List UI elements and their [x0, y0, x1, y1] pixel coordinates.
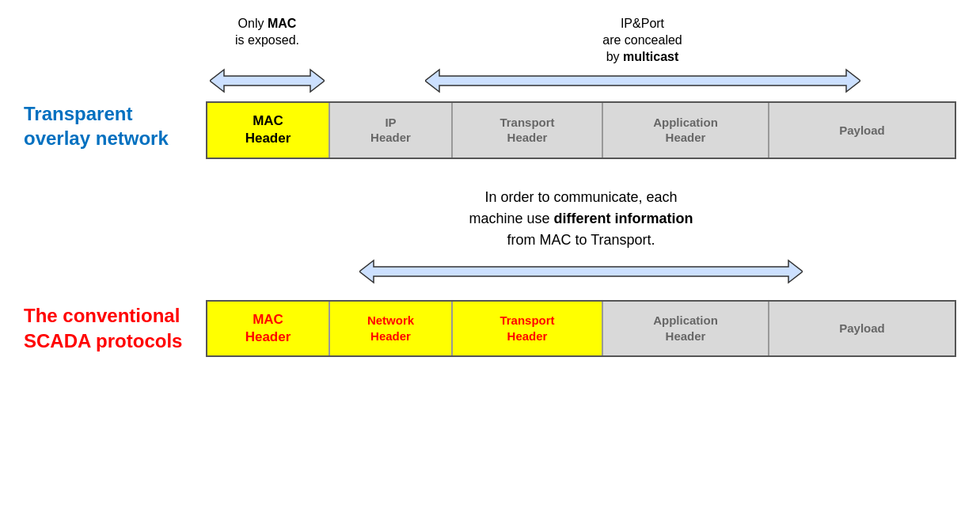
bottom-network-cell: NetworkHeader	[330, 302, 453, 355]
bottom-right-content: MACHeader NetworkHeader TransportHeader …	[206, 300, 956, 357]
ip-double-arrow	[425, 66, 860, 95]
middle-text: In order to communicate, each machine us…	[469, 187, 693, 251]
middle-section: In order to communicate, each machine us…	[24, 187, 956, 292]
annotations-row: Only MACis exposed. IP&Portare concealed…	[206, 16, 956, 65]
top-app-cell: ApplicationHeader	[603, 103, 769, 157]
top-transport-cell: TransportHeader	[453, 103, 603, 157]
mac-arrow-region	[206, 66, 329, 95]
top-ip-cell: IPHeader	[330, 103, 453, 157]
bottom-mac-cell: MACHeader	[207, 302, 330, 355]
svg-marker-2	[359, 260, 803, 283]
annotation-mac: Only MACis exposed.	[206, 16, 329, 65]
top-payload-cell: Payload	[769, 103, 955, 157]
middle-double-arrow	[359, 257, 803, 286]
bottom-section: The conventional SCADA protocols MACHead…	[24, 300, 956, 357]
top-label-line1: Transparent	[24, 103, 132, 124]
top-section: Transparent overlay network Only MACis e…	[24, 16, 956, 159]
top-packet-row: MACHeader IPHeader TransportHeader Appli…	[206, 101, 956, 158]
middle-right: In order to communicate, each machine us…	[206, 187, 956, 292]
bottom-packet-row: MACHeader NetworkHeader TransportHeader …	[206, 300, 956, 357]
top-right-content: Only MACis exposed. IP&Portare concealed…	[206, 16, 956, 159]
bottom-label-line2: SCADA protocols	[24, 330, 182, 351]
ip-arrow-region	[329, 66, 956, 95]
main-container: Transparent overlay network Only MACis e…	[0, 0, 980, 528]
bottom-app-cell: ApplicationHeader	[603, 302, 769, 355]
mac-double-arrow	[210, 66, 325, 95]
svg-marker-0	[210, 70, 325, 92]
bottom-label: The conventional SCADA protocols	[24, 303, 206, 352]
svg-marker-1	[425, 70, 860, 92]
top-label: Transparent overlay network	[24, 101, 206, 158]
top-mac-cell: MACHeader	[207, 103, 330, 157]
annotation-ip: IP&Portare concealedby multicast	[329, 16, 956, 65]
middle-arrow-row	[344, 257, 819, 286]
bottom-transport-cell: TransportHeader	[453, 302, 603, 355]
bottom-payload-cell: Payload	[769, 302, 955, 355]
bottom-label-line1: The conventional	[24, 305, 180, 326]
top-label-line2: overlay network	[24, 127, 169, 149]
top-arrow-row	[206, 66, 956, 95]
